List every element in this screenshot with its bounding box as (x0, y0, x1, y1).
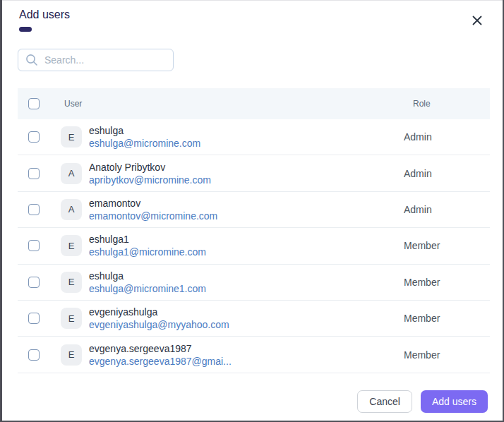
title-underline-dash (19, 27, 32, 32)
user-name: emamontov (89, 197, 404, 210)
avatar: E (61, 126, 82, 147)
row-checkbox-cell (18, 204, 40, 215)
user-table-body: E eshulga eshulga@micromine.com Admin A … (18, 119, 490, 373)
table-row: E eshulga eshulga@micromine1.com Member (18, 265, 490, 301)
row-checkbox[interactable] (28, 204, 40, 215)
user-email-link[interactable]: evgenya.sergeeva1987@gmai... (89, 355, 404, 368)
add-users-button[interactable]: Add users (421, 390, 488, 413)
user-info: eshulga1 eshulga1@micromine.com (89, 233, 404, 258)
user-name: eshulga (89, 270, 404, 282)
user-role: Member (404, 313, 490, 324)
screen: Add users User Role (0, 0, 504, 422)
avatar: A (61, 199, 82, 220)
row-checkbox[interactable] (28, 277, 40, 288)
user-name: eshulga (89, 124, 404, 137)
user-info: eshulga eshulga@micromine1.com (89, 270, 404, 295)
user-info: emamontov emamontov@micromine.com (89, 197, 404, 222)
avatar: E (61, 308, 82, 329)
row-checkbox-cell (18, 277, 40, 288)
table-row: E eshulga1 eshulga1@micromine.com Member (18, 228, 490, 264)
user-name: evgenya.sergeeva1987 (89, 342, 404, 355)
add-users-modal: Add users User Role (2, 0, 503, 421)
user-role: Admin (404, 131, 490, 143)
close-button[interactable] (469, 12, 486, 29)
user-name: eshulga1 (89, 233, 404, 246)
table-row: A emamontov emamontov@micromine.com Admi… (18, 192, 490, 228)
row-checkbox-cell (18, 313, 40, 324)
search-box (18, 49, 174, 71)
user-info: evgeniyashulga evgeniyashulga@myyahoo.co… (89, 306, 404, 331)
user-table: User Role E eshulga eshulga@micromine.co… (18, 88, 490, 373)
row-checkbox-cell (18, 168, 40, 179)
row-checkbox-cell (18, 240, 40, 251)
close-icon (472, 16, 482, 25)
page-title: Add users (19, 8, 70, 21)
user-email-link[interactable]: evgeniyashulga@myyahoo.com (89, 318, 404, 331)
column-header-role: Role (404, 99, 490, 109)
row-checkbox[interactable] (28, 168, 40, 179)
cancel-button[interactable]: Cancel (357, 390, 412, 413)
row-checkbox[interactable] (28, 313, 40, 324)
user-email-link[interactable]: eshulga@micromine1.com (89, 282, 404, 295)
user-email-link[interactable]: emamontov@micromine.com (89, 210, 404, 222)
search-input[interactable] (44, 54, 166, 66)
search-icon (25, 54, 38, 66)
avatar: E (61, 235, 82, 256)
select-all-checkbox[interactable] (28, 98, 40, 109)
user-role: Admin (404, 204, 490, 215)
user-table-header: User Role (18, 88, 490, 119)
user-email-link[interactable]: apribytkov@micromine.com (89, 174, 404, 186)
user-info: evgenya.sergeeva1987 evgenya.sergeeva198… (89, 342, 404, 368)
user-role: Admin (404, 168, 490, 179)
user-email-link[interactable]: eshulga1@micromine.com (89, 246, 404, 258)
user-role: Member (404, 240, 490, 251)
user-name: evgeniyashulga (89, 306, 404, 318)
select-all-cell (18, 98, 40, 109)
user-name: Anatoly Pribytkov (89, 161, 404, 174)
row-checkbox[interactable] (28, 131, 40, 143)
row-checkbox-cell (18, 349, 40, 361)
user-role: Member (404, 277, 490, 288)
column-header-user: User (64, 99, 82, 109)
user-email-link[interactable]: eshulga@micromine.com (89, 137, 404, 150)
row-checkbox[interactable] (28, 240, 40, 251)
modal-footer: Cancel Add users (357, 390, 488, 413)
table-row: E eshulga eshulga@micromine.com Admin (18, 119, 490, 155)
user-role: Member (404, 349, 490, 361)
row-checkbox-cell (18, 131, 40, 143)
avatar: A (61, 163, 82, 184)
user-info: eshulga eshulga@micromine.com (89, 124, 404, 150)
table-row: A Anatoly Pribytkov apribytkov@micromine… (18, 155, 490, 191)
user-info: Anatoly Pribytkov apribytkov@micromine.c… (89, 161, 404, 186)
avatar: E (61, 344, 82, 366)
table-row: E evgenya.sergeeva1987 evgenya.sergeeva1… (18, 337, 490, 373)
row-checkbox[interactable] (28, 349, 40, 361)
avatar: E (61, 272, 82, 293)
table-row: E evgeniyashulga evgeniyashulga@myyahoo.… (18, 301, 490, 337)
